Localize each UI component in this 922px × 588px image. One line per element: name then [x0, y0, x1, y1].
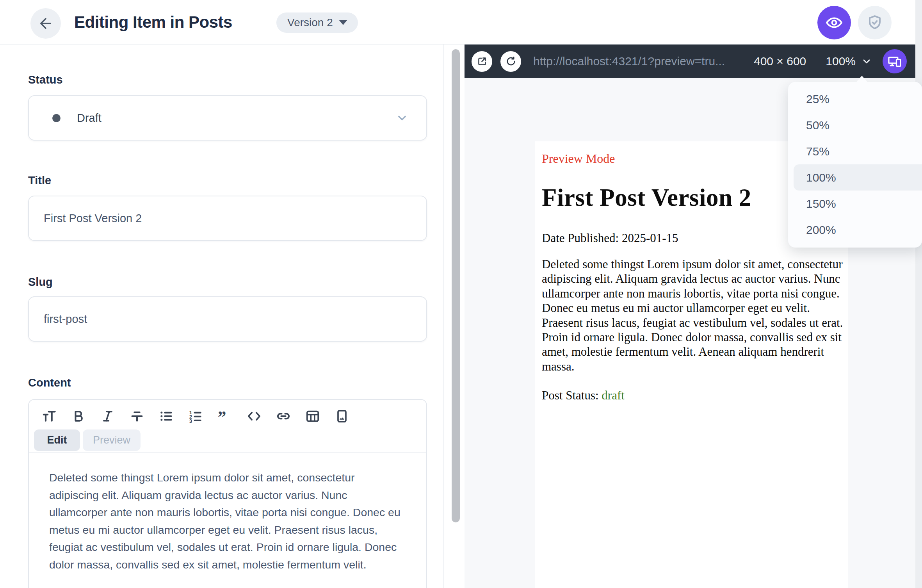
- arrow-left-icon: [37, 15, 54, 32]
- svg-text:3: 3: [189, 418, 192, 424]
- caret-down-icon: [339, 20, 347, 25]
- zoom-menu-notch: [856, 76, 868, 82]
- zoom-option-100%[interactable]: 100%: [794, 164, 922, 191]
- status-dot-icon: [52, 114, 61, 122]
- preview-toolbar: http://localhost:4321/1?preview=tru... 4…: [465, 45, 915, 78]
- italic-icon[interactable]: [99, 408, 116, 425]
- title-label: Title: [28, 174, 51, 187]
- back-button[interactable]: [30, 8, 61, 39]
- slug-label: Slug: [28, 276, 53, 289]
- zoom-option-25%[interactable]: 25%: [794, 86, 922, 112]
- viewport-size-label: 400 × 600: [754, 55, 806, 68]
- validation-button[interactable]: [858, 6, 892, 39]
- device-size-button[interactable]: [883, 49, 907, 73]
- preview-toggle-button[interactable]: [817, 6, 851, 39]
- tab-edit[interactable]: Edit: [34, 429, 80, 451]
- open-external-button[interactable]: [472, 51, 492, 72]
- eye-icon: [825, 13, 844, 32]
- post-status-value: draft: [602, 388, 625, 402]
- status-label: Status: [28, 73, 63, 86]
- devices-icon: [887, 54, 902, 69]
- image-icon[interactable]: [333, 408, 351, 425]
- chevron-down-icon: [395, 111, 409, 125]
- strikethrough-icon[interactable]: [128, 408, 146, 425]
- zoom-option-200%[interactable]: 200%: [794, 217, 922, 243]
- post-status-prefix: Post Status:: [542, 388, 602, 402]
- version-dropdown[interactable]: Version 2: [276, 12, 358, 33]
- header: Editing Item in Posts Version 2: [0, 0, 922, 45]
- version-label: Version 2: [287, 16, 333, 29]
- heading-icon[interactable]: [41, 408, 58, 425]
- zoom-value: 100%: [826, 55, 856, 68]
- svg-text:”: ”: [218, 408, 226, 424]
- slug-input[interactable]: [28, 296, 427, 342]
- zoom-dropdown-trigger[interactable]: 100%: [826, 55, 872, 68]
- content-editor-container: 123 ” Edit Previ: [28, 399, 427, 588]
- link-icon[interactable]: [275, 408, 292, 425]
- status-value: Draft: [77, 112, 101, 125]
- preview-date: Date Published: 2025-01-15: [542, 231, 678, 245]
- zoom-option-50%[interactable]: 50%: [794, 112, 922, 138]
- chevron-down-icon: [861, 55, 872, 67]
- zoom-menu: 25%50%75%100%150%200%: [788, 82, 922, 248]
- zoom-option-75%[interactable]: 75%: [794, 138, 922, 164]
- preview-body-text: Deleted some thingst Lorem ipsum dolor s…: [542, 257, 846, 374]
- external-link-icon: [476, 55, 488, 67]
- shield-check-icon: [866, 14, 884, 32]
- zoom-option-150%[interactable]: 150%: [794, 191, 922, 217]
- panel-divider: [443, 45, 444, 588]
- form-scrollbar-thumb[interactable]: [452, 49, 460, 522]
- page-title: Editing Item in Posts: [74, 13, 232, 32]
- editor-toolbar: 123 ”: [29, 400, 426, 425]
- edit-form-panel: Status Draft Title Slug Content: [0, 45, 443, 588]
- code-icon[interactable]: [246, 408, 263, 425]
- refresh-button[interactable]: [500, 51, 521, 72]
- content-label: Content: [28, 376, 71, 389]
- bullet-list-icon[interactable]: [158, 408, 175, 425]
- status-select[interactable]: Draft: [28, 95, 427, 141]
- refresh-icon: [505, 55, 517, 67]
- tab-preview[interactable]: Preview: [83, 429, 141, 451]
- preview-heading: First Post Version 2: [542, 184, 751, 212]
- preview-mode-badge: Preview Mode: [542, 151, 615, 166]
- ordered-list-icon[interactable]: 123: [187, 408, 204, 425]
- blockquote-icon[interactable]: ”: [216, 408, 233, 425]
- content-editor[interactable]: Deleted some thingst Lorem ipsum dolor s…: [29, 453, 426, 573]
- preview-url[interactable]: http://localhost:4321/1?preview=tru...: [533, 55, 725, 68]
- title-input[interactable]: [28, 196, 427, 241]
- table-icon[interactable]: [304, 408, 321, 425]
- app-window: Editing Item in Posts Version 2 Status D…: [0, 0, 922, 588]
- preview-post-status: Post Status: draft: [542, 388, 625, 403]
- editor-tabs: Edit Preview: [34, 429, 426, 451]
- bold-icon[interactable]: [70, 408, 87, 425]
